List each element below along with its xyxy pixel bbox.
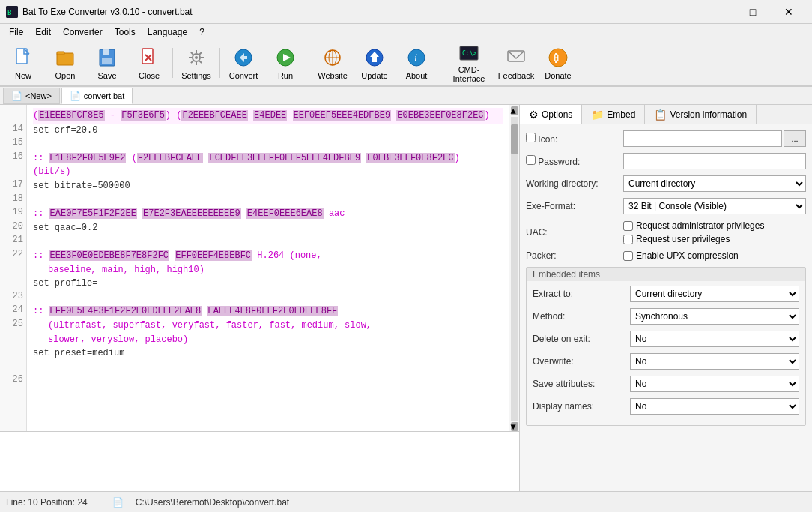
feedback-icon (504, 46, 528, 70)
close-file-button[interactable]: Close (129, 42, 169, 84)
website-icon (321, 46, 345, 70)
menu-edit[interactable]: Edit (29, 25, 57, 39)
scroll-track[interactable] (511, 117, 518, 421)
version-icon: 📋 (654, 109, 667, 121)
panel-tab-embed[interactable]: 📁 Embed (582, 105, 645, 124)
menu-tools[interactable]: Tools (109, 25, 142, 39)
maximize-button[interactable]: □ (736, 0, 770, 24)
update-icon (363, 46, 387, 70)
uac-admin-label: Request administrator privileges (623, 220, 764, 231)
menu-language[interactable]: Language (142, 25, 193, 39)
working-dir-select[interactable]: Current directory Temp directory (623, 175, 806, 192)
cmd-label: CMD-Interface (444, 65, 494, 83)
options-icon: ⚙ (529, 109, 539, 121)
overwrite-label: Overwrite: (533, 356, 630, 367)
delete-row: Delete on exit: No Yes (533, 331, 799, 347)
scrollbar-vertical[interactable]: ▲ ▼ (509, 105, 519, 431)
convert-button[interactable]: Convert (223, 42, 264, 84)
new-button[interactable]: New (3, 42, 43, 84)
status-file-path: C:\Users\Beremot\Desktop\convert.bat (136, 497, 289, 508)
status-separator (100, 496, 100, 508)
convert-icon (231, 46, 255, 70)
new-icon (11, 46, 35, 70)
titlebar-controls[interactable]: — □ ✕ (700, 0, 806, 24)
save-button[interactable]: Save (87, 42, 127, 84)
display-names-select[interactable]: No Yes (630, 398, 799, 415)
settings-button[interactable]: Settings (176, 42, 216, 84)
menu-converter[interactable]: Converter (57, 25, 109, 39)
icon-checkbox[interactable] (526, 133, 536, 142)
menu-help[interactable]: ? (193, 25, 210, 39)
password-input[interactable] (623, 153, 806, 169)
about-label: About (406, 71, 428, 80)
overwrite-select[interactable]: No Yes (630, 353, 799, 370)
run-button[interactable]: Run (265, 42, 306, 84)
titlebar-title: Bat To Exe Converter v3.0.10 - convert.b… (22, 7, 193, 17)
uac-user-checkbox[interactable] (623, 235, 633, 244)
tab-new[interactable]: 📄 <New> (3, 88, 60, 104)
code-area[interactable]: (E1EEE8FCF8E5 - F5F3E6F5) (F2EEEBFCEAEE … (27, 105, 509, 431)
icon-input[interactable] (623, 130, 782, 147)
embed-icon: 📁 (591, 109, 604, 121)
tab-new-icon: 📄 (11, 91, 22, 101)
scroll-down[interactable]: ▼ (511, 422, 518, 431)
open-button[interactable]: Open (45, 42, 85, 84)
toolbar-sep-1 (172, 48, 173, 78)
extract-to-label: Extract to: (533, 289, 630, 299)
minimize-button[interactable]: — (700, 0, 734, 24)
uac-label: UAC: (526, 227, 623, 238)
donate-label: Donate (545, 71, 571, 80)
save-attr-select[interactable]: No Yes (630, 376, 799, 392)
packer-checkbox[interactable] (623, 251, 633, 261)
tab-convert[interactable]: 📄 convert.bat (61, 88, 133, 104)
display-names-label: Display names: (533, 401, 630, 412)
panel-tab-version[interactable]: 📋 Version information (645, 105, 757, 124)
editor-content[interactable]: 14 15 16 17 18 19 20 21 22 23 24 25 (0, 105, 519, 431)
close-button[interactable]: ✕ (772, 0, 806, 24)
toolbar-sep-2 (219, 48, 220, 78)
scroll-thumb[interactable] (511, 124, 518, 154)
editor-mini-view[interactable] (0, 431, 519, 491)
cmd-button[interactable]: C:\> CMD-Interface (443, 42, 494, 84)
tab-convert-icon: 📄 (70, 91, 81, 101)
svg-point-12 (195, 56, 198, 59)
scroll-up[interactable]: ▲ (511, 106, 518, 115)
delete-select[interactable]: No Yes (630, 331, 799, 347)
settings-icon (184, 46, 208, 70)
svg-rect-7 (102, 58, 112, 64)
embed-tab-label: Embed (607, 109, 635, 120)
svg-text:₿: ₿ (554, 52, 559, 64)
website-button[interactable]: Website (312, 42, 353, 84)
update-button[interactable]: Update (354, 42, 395, 84)
toolbar-sep-3 (309, 48, 309, 78)
exe-format-label: Exe-Format: (526, 201, 623, 211)
extract-to-select[interactable]: Current directory Temp directory (630, 286, 799, 302)
display-names-row: Display names: No Yes (533, 398, 799, 415)
method-label: Method: (533, 311, 630, 322)
donate-button[interactable]: ₿ Donate (538, 42, 578, 84)
panel-tab-options[interactable]: ⚙ Options (520, 105, 582, 124)
exe-format-select[interactable]: 32 Bit | Console (Visible) 32 Bit | Cons… (623, 198, 806, 214)
feedback-button[interactable]: Feedback (496, 42, 536, 84)
tab-convert-label: convert.bat (84, 91, 124, 100)
password-label: Password: (526, 155, 623, 167)
menu-file[interactable]: File (3, 25, 29, 39)
app-icon: B (6, 6, 18, 18)
save-attr-row: Save attributes: No Yes (533, 376, 799, 392)
about-button[interactable]: i About (396, 42, 437, 84)
icon-browse-button[interactable]: ... (784, 130, 806, 147)
about-icon: i (405, 46, 428, 70)
icon-control: ... (623, 130, 806, 147)
run-label: Run (278, 71, 293, 80)
method-row: Method: Synchronous Asynchronous (533, 308, 799, 325)
uac-options: Request administrator privileges Request… (623, 220, 764, 244)
menubar: File Edit Converter Tools Language ? (0, 24, 812, 40)
method-select[interactable]: Synchronous Asynchronous (630, 308, 799, 325)
embedded-section: Embedded items Extract to: Current direc… (526, 267, 806, 426)
save-label: Save (97, 71, 116, 80)
new-label: New (15, 71, 31, 80)
line-numbers: 14 15 16 17 18 19 20 21 22 23 24 25 (0, 105, 27, 431)
close-file-icon (137, 46, 161, 70)
password-checkbox[interactable] (526, 155, 536, 165)
uac-admin-checkbox[interactable] (623, 221, 633, 231)
